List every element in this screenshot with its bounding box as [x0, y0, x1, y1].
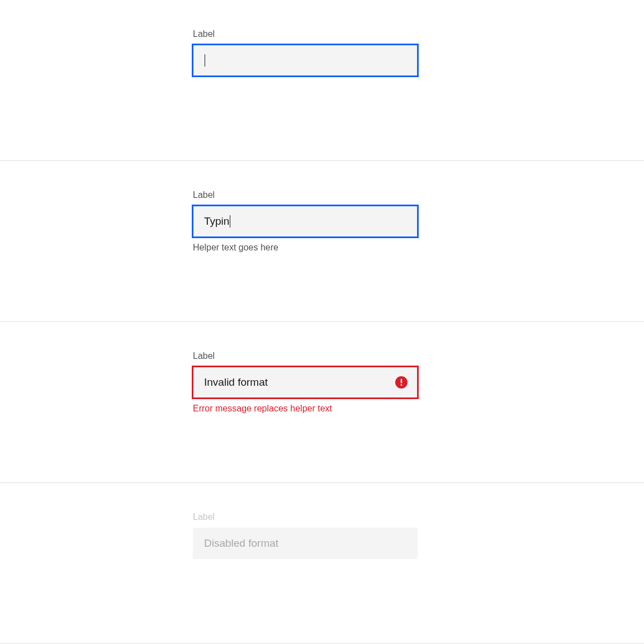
error-filled-icon [395, 376, 408, 389]
text-field-wrapper: Label [193, 29, 418, 76]
form-row-focus-empty: Label [0, 0, 644, 161]
placeholder-text: Disabled format [204, 537, 278, 550]
input-value: Typin [204, 215, 229, 228]
text-cursor [205, 54, 205, 67]
field-label-disabled: Label [193, 512, 418, 522]
text-field-wrapper: Label Disabled format [193, 512, 418, 559]
input-value: Invalid format [204, 376, 268, 389]
text-input-focus-typing[interactable]: Typin [193, 206, 418, 237]
text-field-wrapper: Label Typin Helper text goes here [193, 190, 418, 253]
form-row-focus-typing: Label Typin Helper text goes here [0, 161, 644, 322]
form-row-disabled: Label Disabled format [0, 483, 644, 644]
text-input-disabled: Disabled format [193, 528, 418, 559]
helper-text: Helper text goes here [193, 243, 418, 253]
field-label: Label [193, 29, 418, 39]
text-input-focus-empty[interactable] [193, 45, 418, 76]
text-field-wrapper: Label Invalid format Error message repla… [193, 351, 418, 414]
field-label: Label [193, 190, 418, 200]
field-label: Label [193, 351, 418, 361]
text-input-error[interactable]: Invalid format [193, 367, 418, 398]
text-cursor [230, 215, 230, 228]
svg-rect-1 [401, 379, 402, 383]
form-row-error: Label Invalid format Error message repla… [0, 322, 644, 483]
error-message: Error message replaces helper text [193, 404, 418, 414]
svg-rect-2 [401, 384, 402, 385]
